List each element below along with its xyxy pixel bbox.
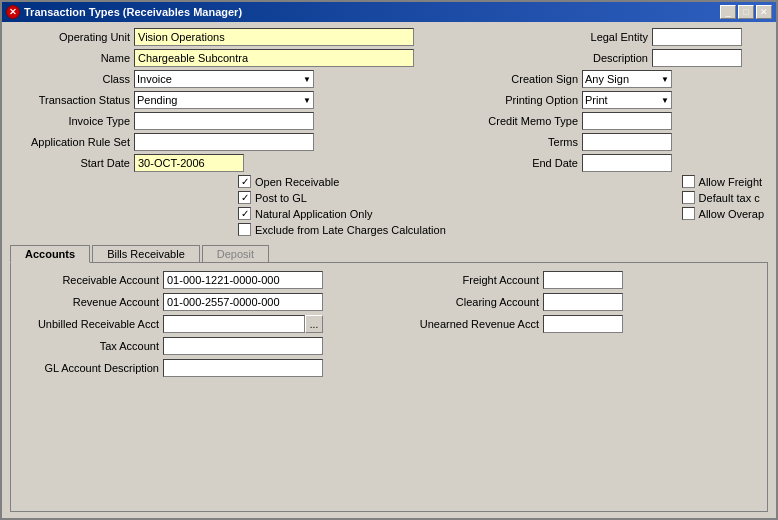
accounts-grid: Receivable Account Revenue Account Unbil…: [19, 271, 759, 377]
unearned-revenue-label: Unearned Revenue Acct: [399, 318, 539, 330]
receivable-account-label: Receivable Account: [19, 274, 159, 286]
class-arrow-icon: ▼: [303, 75, 311, 84]
application-rule-input[interactable]: [134, 133, 314, 151]
application-rule-label: Application Rule Set: [10, 136, 130, 148]
clearing-account-row: Clearing Account: [399, 293, 759, 311]
creation-sign-select[interactable]: Any Sign ▼: [582, 70, 672, 88]
right-checkboxes: Allow Freight Default tax c Allow Overap: [682, 175, 768, 236]
name-label: Name: [10, 52, 130, 64]
printing-option-select[interactable]: Print ▼: [582, 91, 672, 109]
revenue-account-label: Revenue Account: [19, 296, 159, 308]
class-value: Invoice: [137, 73, 172, 85]
gl-account-desc-label: GL Account Description: [19, 362, 159, 374]
operating-unit-row: Operating Unit Legal Entity: [10, 28, 768, 46]
printing-option-value: Print: [585, 94, 608, 106]
credit-memo-type-input[interactable]: [582, 112, 672, 130]
post-to-gl-checkbox[interactable]: ✓: [238, 191, 251, 204]
tax-account-input[interactable]: [163, 337, 323, 355]
minimize-button[interactable]: _: [720, 5, 736, 19]
freight-account-label: Freight Account: [399, 274, 539, 286]
application-rule-row: Application Rule Set Terms: [10, 133, 768, 151]
legal-entity-input[interactable]: [652, 28, 742, 46]
clearing-account-label: Clearing Account: [399, 296, 539, 308]
accounts-left-fields: Receivable Account Revenue Account Unbil…: [19, 271, 379, 377]
printing-option-label: Printing Option: [348, 94, 578, 106]
start-date-row: Start Date End Date: [10, 154, 768, 172]
unbilled-receivable-input[interactable]: [163, 315, 305, 333]
unbilled-receivable-row: Unbilled Receivable Acct ...: [19, 315, 379, 333]
revenue-account-input[interactable]: [163, 293, 323, 311]
exclude-late-charges-checkbox[interactable]: [238, 223, 251, 236]
unbilled-receivable-label: Unbilled Receivable Acct: [19, 318, 159, 330]
accounts-tab-content: Receivable Account Revenue Account Unbil…: [10, 262, 768, 512]
tax-account-label: Tax Account: [19, 340, 159, 352]
class-select[interactable]: Invoice ▼: [134, 70, 314, 88]
tabs-container: Accounts Bills Receivable Deposit Receiv…: [10, 245, 768, 512]
clearing-account-input[interactable]: [543, 293, 623, 311]
end-date-label: End Date: [278, 157, 578, 169]
app-icon: ✕: [6, 5, 20, 19]
description-label: Description: [448, 52, 648, 64]
allow-freight-checkbox[interactable]: [682, 175, 695, 188]
natural-application-checkbox[interactable]: ✓: [238, 207, 251, 220]
tabs-bar: Accounts Bills Receivable Deposit: [10, 245, 768, 262]
window-title: Transaction Types (Receivables Manager): [24, 6, 716, 18]
open-receivable-row: ✓ Open Receivable: [238, 175, 446, 188]
transaction-status-value: Pending: [137, 94, 177, 106]
invoice-type-row: Invoice Type Credit Memo Type: [10, 112, 768, 130]
left-checkboxes: ✓ Open Receivable ✓ Post to GL ✓ Natural…: [238, 175, 446, 236]
allow-overapp-label: Allow Overap: [699, 208, 764, 220]
checkboxes-section: ✓ Open Receivable ✓ Post to GL ✓ Natural…: [10, 175, 768, 236]
transaction-status-select[interactable]: Pending ▼: [134, 91, 314, 109]
credit-memo-type-label: Credit Memo Type: [348, 115, 578, 127]
transaction-status-arrow-icon: ▼: [303, 96, 311, 105]
invoice-type-input[interactable]: [134, 112, 314, 130]
main-window: ✕ Transaction Types (Receivables Manager…: [0, 0, 778, 520]
operating-unit-input[interactable]: [134, 28, 414, 46]
end-date-input[interactable]: [582, 154, 672, 172]
name-row: Name Description: [10, 49, 768, 67]
default-tax-label: Default tax c: [699, 192, 760, 204]
creation-sign-value: Any Sign: [585, 73, 629, 85]
operating-unit-label: Operating Unit: [10, 31, 130, 43]
freight-account-input[interactable]: [543, 271, 623, 289]
exclude-late-charges-label: Exclude from Late Charges Calculation: [255, 224, 446, 236]
exclude-late-charges-row: Exclude from Late Charges Calculation: [238, 223, 446, 236]
tab-deposit: Deposit: [202, 245, 269, 262]
window-controls: _ □ ✕: [720, 5, 772, 19]
natural-application-label: Natural Application Only: [255, 208, 372, 220]
maximize-button[interactable]: □: [738, 5, 754, 19]
post-to-gl-label: Post to GL: [255, 192, 307, 204]
unbilled-receivable-field: ...: [163, 315, 323, 333]
default-tax-checkbox[interactable]: [682, 191, 695, 204]
class-label: Class: [10, 73, 130, 85]
name-input[interactable]: [134, 49, 414, 67]
revenue-account-row: Revenue Account: [19, 293, 379, 311]
terms-input[interactable]: [582, 133, 672, 151]
gl-account-desc-input[interactable]: [163, 359, 323, 377]
tab-bills-receivable[interactable]: Bills Receivable: [92, 245, 200, 262]
start-date-input[interactable]: [134, 154, 244, 172]
open-receivable-checkbox[interactable]: ✓: [238, 175, 251, 188]
form-content: Operating Unit Legal Entity Name Descrip…: [2, 22, 776, 518]
start-date-label: Start Date: [10, 157, 130, 169]
allow-freight-label: Allow Freight: [699, 176, 763, 188]
title-bar: ✕ Transaction Types (Receivables Manager…: [2, 2, 776, 22]
freight-account-row: Freight Account: [399, 271, 759, 289]
receivable-account-row: Receivable Account: [19, 271, 379, 289]
default-tax-row: Default tax c: [682, 191, 764, 204]
allow-overapp-checkbox[interactable]: [682, 207, 695, 220]
unbilled-receivable-ellipsis-button[interactable]: ...: [305, 315, 323, 333]
terms-label: Terms: [348, 136, 578, 148]
tax-account-row: Tax Account: [19, 337, 379, 355]
unearned-revenue-row: Unearned Revenue Acct: [399, 315, 759, 333]
description-input[interactable]: [652, 49, 742, 67]
creation-sign-arrow-icon: ▼: [661, 75, 669, 84]
unearned-revenue-input[interactable]: [543, 315, 623, 333]
close-button[interactable]: ✕: [756, 5, 772, 19]
receivable-account-input[interactable]: [163, 271, 323, 289]
natural-application-row: ✓ Natural Application Only: [238, 207, 446, 220]
tab-accounts[interactable]: Accounts: [10, 245, 90, 263]
creation-sign-label: Creation Sign: [348, 73, 578, 85]
transaction-status-row: Transaction Status Pending ▼ Printing Op…: [10, 91, 768, 109]
